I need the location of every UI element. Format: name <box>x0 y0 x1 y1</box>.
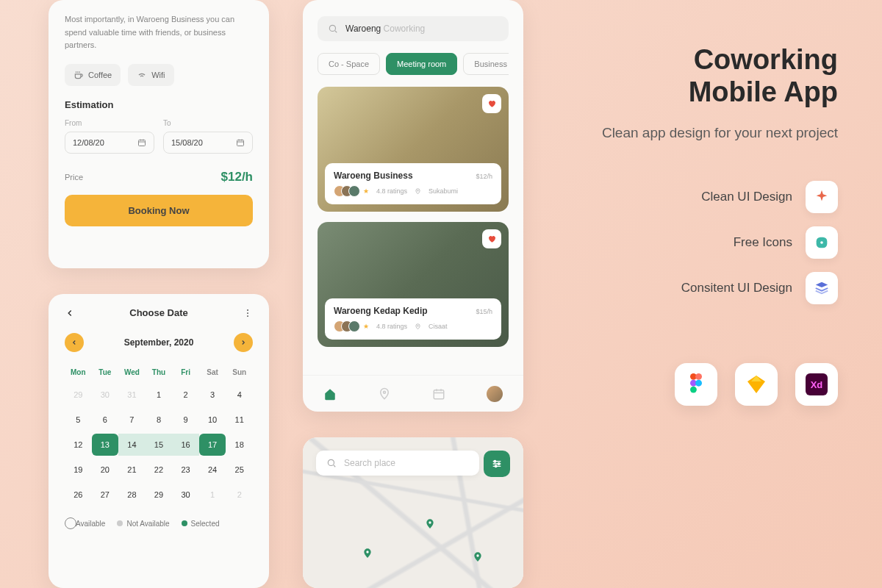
day-cell[interactable]: 30 <box>92 384 119 406</box>
svg-rect-0 <box>139 140 146 146</box>
svg-point-3 <box>247 312 248 314</box>
marketing-title: CoworkingMobile App <box>573 44 838 108</box>
marketing-panel: CoworkingMobile App Clean app design for… <box>573 44 838 406</box>
nav-home-icon[interactable] <box>323 387 337 401</box>
sliders-icon <box>491 458 503 470</box>
prev-month-button[interactable] <box>65 333 84 352</box>
svg-point-5 <box>329 25 335 31</box>
price-row: Price $12/h <box>65 170 253 184</box>
chip-co-space[interactable]: Co - Space <box>318 53 380 75</box>
listing-card-info: Waroeng Business $12/h ★4.8 ratings Suka… <box>325 163 501 204</box>
day-cell[interactable]: 1 <box>199 484 226 506</box>
day-cell[interactable]: 10 <box>199 409 226 431</box>
day-cell[interactable]: 9 <box>172 409 199 431</box>
day-cell[interactable]: 20 <box>92 459 119 481</box>
calendar-icon <box>137 138 146 147</box>
feature-list: Clean UI Design Free Icons Consitent UI … <box>573 181 838 304</box>
svg-point-13 <box>328 459 334 465</box>
month-navigation: September, 2020 <box>65 333 253 352</box>
from-date-input[interactable]: 12/08/20 <box>65 132 154 154</box>
day-cell-selected[interactable]: 13 <box>92 434 119 456</box>
day-cell[interactable]: 28 <box>118 484 146 506</box>
legend-selected: Selected <box>182 517 220 529</box>
favorite-button[interactable] <box>482 229 501 248</box>
favorite-button[interactable] <box>482 94 501 113</box>
figma-icon <box>675 363 717 406</box>
day-cell[interactable]: 6 <box>92 409 119 431</box>
day-cell[interactable]: 5 <box>65 409 92 431</box>
wifi-tag: Wifi <box>128 64 173 86</box>
filter-button[interactable] <box>484 451 510 477</box>
pin-icon <box>415 188 421 195</box>
day-cell[interactable]: 12 <box>65 434 92 456</box>
day-cell[interactable]: 24 <box>199 459 226 481</box>
day-cell[interactable]: 29 <box>65 384 92 406</box>
map-pin-icon[interactable] <box>424 518 436 530</box>
map-pin-icon[interactable] <box>362 548 373 559</box>
day-cell[interactable]: 18 <box>226 434 253 456</box>
date-picker-screen: Choose Date September, 2020 Mon Tue Wed … <box>49 294 269 588</box>
day-cell[interactable]: 8 <box>146 409 173 431</box>
day-cell[interactable]: 2 <box>226 484 253 506</box>
svg-point-11 <box>429 521 431 523</box>
map-pin-icon[interactable] <box>472 551 484 563</box>
nav-calendar-icon[interactable] <box>432 387 445 401</box>
day-cell[interactable]: 19 <box>65 459 92 481</box>
day-cell[interactable]: 1 <box>146 384 173 406</box>
day-cell-selected[interactable]: 17 <box>199 434 226 456</box>
svg-point-6 <box>417 190 419 191</box>
svg-point-20 <box>695 373 702 380</box>
day-cell-range[interactable]: 15 <box>146 434 173 456</box>
day-cell[interactable]: 21 <box>118 459 146 481</box>
day-cell[interactable]: 4 <box>226 384 253 406</box>
nav-location-icon[interactable] <box>378 387 391 401</box>
day-cell[interactable]: 27 <box>92 484 119 506</box>
day-cell[interactable]: 26 <box>65 484 92 506</box>
next-month-button[interactable] <box>234 333 253 352</box>
listing-card[interactable]: Waroeng Kedap Kedip $15/h ★4.8 ratings C… <box>318 222 509 347</box>
legend-available: Available <box>65 517 105 529</box>
listing-description: Most importantly, in Waroeng Business yo… <box>65 13 253 52</box>
pin-icon <box>415 323 421 330</box>
svg-point-7 <box>417 325 419 326</box>
day-cell-range[interactable]: 16 <box>172 434 199 456</box>
sparkle-icon <box>806 181 838 213</box>
svg-rect-9 <box>434 390 444 398</box>
day-cell[interactable]: 2 <box>172 384 199 406</box>
price-label: Price <box>65 173 83 182</box>
search-input[interactable]: Waroeng Coworking <box>318 16 509 41</box>
day-cell[interactable]: 25 <box>226 459 253 481</box>
listing-card[interactable]: Waroeng Business $12/h ★4.8 ratings Suka… <box>318 87 509 212</box>
chip-meeting-room[interactable]: Meeting room <box>386 53 457 75</box>
coffee-icon <box>74 70 84 80</box>
svg-point-2 <box>247 309 248 311</box>
svg-point-16 <box>495 465 497 467</box>
svg-point-23 <box>690 387 697 393</box>
chip-business[interactable]: Business Ro <box>463 53 509 75</box>
svg-point-22 <box>695 380 702 387</box>
legend-not-available: Not Available <box>117 517 169 529</box>
calendar-icon <box>236 138 245 147</box>
day-cell[interactable]: 29 <box>146 484 173 506</box>
to-label: To <box>163 119 253 127</box>
home-screen: Waroeng Coworking Co - Space Meeting roo… <box>303 0 523 412</box>
amenity-tags: Coffee Wifi <box>65 64 253 86</box>
month-label: September, 2020 <box>124 337 194 348</box>
nav-profile-avatar[interactable] <box>487 386 503 402</box>
map-screen: Search place <box>303 437 523 588</box>
coffee-tag: Coffee <box>65 64 121 86</box>
day-cell[interactable]: 7 <box>118 409 146 431</box>
booking-now-button[interactable]: Booking Now <box>65 195 253 226</box>
day-cell[interactable]: 31 <box>118 384 146 406</box>
day-cell[interactable]: 3 <box>199 384 226 406</box>
more-icon[interactable] <box>243 308 253 318</box>
day-cell[interactable]: 23 <box>172 459 199 481</box>
back-icon[interactable] <box>65 308 75 318</box>
listing-card-info: Waroeng Kedap Kedip $15/h ★4.8 ratings C… <box>325 298 501 340</box>
day-cell[interactable]: 11 <box>226 409 253 431</box>
map-search-input[interactable]: Search place <box>316 451 479 476</box>
day-cell-range[interactable]: 14 <box>118 434 146 456</box>
day-cell[interactable]: 30 <box>172 484 199 506</box>
to-date-input[interactable]: 15/08/20 <box>163 132 253 154</box>
day-cell[interactable]: 22 <box>146 459 173 481</box>
